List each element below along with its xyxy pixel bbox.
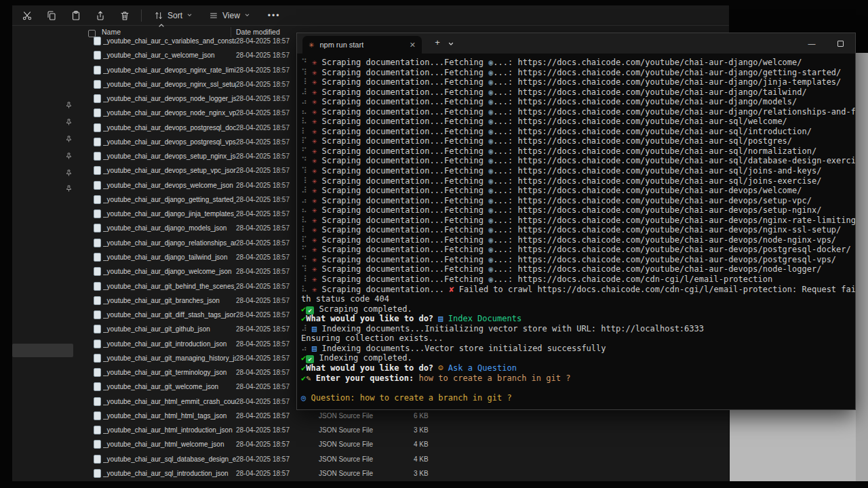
- file-name: _youtube_chai_aur_git_behind_the_scenes_…: [103, 283, 236, 290]
- file-type: JSON Source File: [319, 470, 373, 477]
- terminal-line: ⠦ ✳ Scraping documentation...Fetching ◉.…: [301, 205, 855, 216]
- magnifier-icon: ◎: [301, 393, 311, 403]
- copy-icon: [46, 10, 57, 21]
- scraped-url: https://docs.chaicode.com/youtube/chai-a…: [517, 264, 821, 274]
- terminal-line: ⠧ ✳ Scraping documentation...Fetching ◉.…: [301, 216, 855, 226]
- paste-icon: [71, 10, 81, 21]
- file-name: _youtube_chai_aur_devops_postgresql_vps_…: [103, 138, 236, 146]
- file-date-modified: 28-04-2025 18:57: [236, 297, 290, 304]
- scraped-url: https://docs.chaicode.com/youtube/chai-a…: [517, 68, 841, 77]
- chevron-down-icon: [244, 12, 250, 18]
- terminal-content[interactable]: ⠙ ✳ Scraping documentation...Fetching ◉.…: [297, 54, 855, 409]
- file-date-modified: 28-04-2025 18:57: [236, 95, 290, 102]
- file-name: _youtube_chai_aur_html_emmit_crash_cours…: [103, 398, 236, 405]
- terminal-line: ✔✔ Scraping completed.: [301, 304, 855, 314]
- file-date-modified: 28-04-2025 18:57: [236, 311, 290, 319]
- terminal-line: Ensuring collection exists...: [301, 333, 855, 344]
- file-name: _youtube_chai_aur_devops_setup_nginx_jso…: [103, 152, 236, 160]
- file-date-modified: 28-04-2025 18:57: [236, 383, 290, 390]
- scraped-url: https://docs.chaicode.com/youtube/chai-a…: [517, 245, 850, 254]
- new-tab-button[interactable]: +: [431, 37, 443, 47]
- spinner: ⠏: [301, 136, 312, 146]
- share-icon: [95, 10, 106, 21]
- tab-dropdown-button[interactable]: [448, 41, 454, 47]
- view-dropdown[interactable]: View: [205, 7, 254, 24]
- cut-icon: [22, 10, 33, 21]
- file-name: _youtube_chai_aur_django_getting_started…: [103, 196, 236, 203]
- terminal-line: ⠧ ✳ Scraping documentation... ✘ Failed t…: [301, 285, 855, 295]
- terminal-line: ⠴ ▤ Indexing documents...Vector store in…: [301, 344, 855, 354]
- file-icon: [94, 195, 101, 204]
- spinner: ⠸: [301, 176, 312, 186]
- file-name: _youtube_chai_aur_devops_postgresql_dock…: [103, 124, 236, 131]
- file-date-modified: 28-04-2025 18:57: [236, 66, 290, 74]
- file-name: _youtube_chai_aur_git_github_json: [103, 325, 236, 333]
- file-date-modified: 28-04-2025 18:57: [236, 369, 290, 376]
- sort-dropdown[interactable]: Sort: [150, 7, 197, 24]
- desktop: Sort View ••• Name Date modified _youtub…: [0, 0, 868, 488]
- file-name: _youtube_chai_aur_devops_node_nginx_vps_…: [103, 109, 236, 117]
- file-icon: [94, 152, 101, 161]
- terminal-tab[interactable]: ✳ npm run start ✕: [302, 36, 422, 54]
- file-icon: [94, 397, 101, 406]
- spinner: ⠧: [301, 216, 312, 225]
- scraped-url: https://docs.chaicode.com/cdn-cgi/l/emai…: [517, 274, 772, 284]
- tab-icon: ✳: [309, 41, 314, 49]
- spinner: ⠇: [301, 127, 312, 136]
- file-icon: [94, 382, 101, 391]
- minimize-button[interactable]: —: [797, 33, 826, 54]
- file-type: JSON Source File: [319, 412, 373, 420]
- check-icon: ✔: [301, 353, 306, 363]
- file-type: JSON Source File: [319, 441, 373, 448]
- file-name: _youtube_chai_aur_git_introduction_json: [103, 340, 236, 348]
- file-date-modified: 28-04-2025 18:57: [236, 167, 290, 174]
- background-window-edge[interactable]: [856, 53, 868, 481]
- terminal-line: ⠸ ✳ Scraping documentation...Fetching ◉.…: [301, 77, 855, 87]
- file-icon: [94, 123, 101, 132]
- terminal-line: ⠸ ✳ Scraping documentation...Fetching ◉.…: [301, 176, 855, 186]
- check-icon: ✔: [301, 304, 306, 314]
- file-name: _youtube_chai_aur_git_managing_history_j…: [103, 354, 236, 362]
- copy-button[interactable]: [43, 7, 60, 24]
- file-name: _youtube_chai_aur_devops_node_logger_jso…: [103, 95, 236, 102]
- spinner: ⠦: [301, 107, 312, 117]
- delete-button[interactable]: [117, 7, 133, 24]
- spinner: ⠼: [301, 324, 312, 333]
- close-tab-button[interactable]: ✕: [410, 41, 416, 49]
- spinner: ⠙: [301, 156, 312, 165]
- file-name: _youtube_chai_aur_devops_welcome_json: [103, 182, 236, 189]
- spinner: ⠹: [301, 68, 312, 77]
- chevron-down-icon: [186, 12, 193, 18]
- file-row[interactable]: _youtube_chai_aur_html_introduction_json…: [12, 423, 729, 437]
- spinner: ⠙: [301, 255, 312, 264]
- file-icon: [94, 469, 101, 478]
- maximize-button[interactable]: [826, 33, 854, 54]
- file-icon: [94, 282, 101, 291]
- scraped-url: https://docs.chaicode.com/youtube/chai-a…: [517, 117, 787, 126]
- scraped-url: https://docs.chaicode.com/youtube/chai-a…: [517, 225, 841, 235]
- scraped-url: https://docs.chaicode.com/youtube/chai-a…: [517, 97, 797, 106]
- terminal-line: ✔What would you like to do? ☺ Ask a Ques…: [301, 363, 855, 373]
- spinner: ⠦: [301, 205, 312, 215]
- explorer-toolbar: Sort View •••: [12, 5, 729, 26]
- spinner: ⠏: [301, 235, 312, 245]
- file-icon: [94, 94, 101, 103]
- file-type: JSON Source File: [319, 455, 373, 463]
- file-row[interactable]: _youtube_chai_aur_sql_database_design_ex…: [12, 452, 729, 466]
- file-row[interactable]: _youtube_chai_aur_sql_introduction_json2…: [12, 466, 729, 481]
- terminal-window: ✳ npm run start ✕ + — ⠙ ✳ Scraping docum…: [296, 33, 856, 410]
- share-button[interactable]: [92, 7, 108, 24]
- file-row[interactable]: _youtube_chai_aur_html_welcome_json28-04…: [12, 437, 729, 451]
- terminal-line: ⠴ ✳ Scraping documentation...Fetching ◉.…: [301, 196, 855, 206]
- scraped-url: https://docs.chaicode.com/youtube/chai-a…: [517, 87, 806, 97]
- background-window-corner[interactable]: [730, 407, 868, 481]
- file-row[interactable]: _youtube_chai_aur_html_html_tags_json28-…: [12, 409, 729, 423]
- file-size: 3 KB: [414, 470, 429, 477]
- scraped-url: https://docs.chaicode.com/youtube/chai-a…: [517, 166, 821, 176]
- file-name: _youtube_chai_aur_sql_introduction_json: [103, 470, 236, 477]
- file-date-modified: 28-04-2025 18:57: [236, 138, 290, 146]
- more-options-button[interactable]: •••: [262, 11, 286, 20]
- spinner: ⠸: [301, 77, 312, 87]
- cut-button[interactable]: [19, 7, 35, 24]
- paste-button[interactable]: [68, 7, 84, 24]
